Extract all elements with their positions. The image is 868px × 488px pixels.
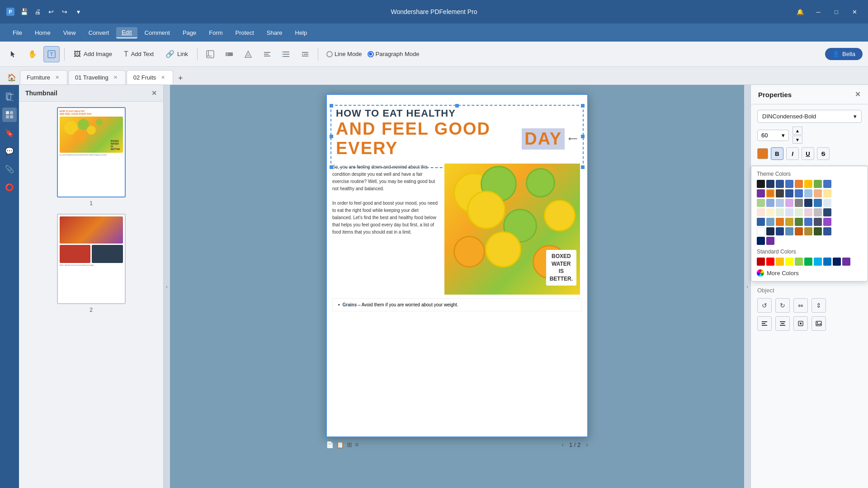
flip-h-btn[interactable]: ⇔ (793, 298, 808, 313)
color-cell[interactable] (757, 218, 765, 226)
color-cell[interactable] (776, 218, 784, 226)
align-left-btn[interactable] (259, 46, 275, 62)
grid-view-icon[interactable]: ⊞ (347, 441, 352, 448)
rotate-cw-btn[interactable]: ↻ (775, 298, 790, 313)
resize-handle-icon[interactable]: ⟵ (568, 135, 578, 142)
redo-icon[interactable]: ↪ (60, 7, 70, 17)
std-color-orange[interactable] (776, 258, 784, 266)
maximize-button[interactable]: □ (828, 5, 844, 19)
minimize-button[interactable]: ─ (810, 5, 826, 19)
color-cell[interactable] (757, 189, 765, 197)
font-size-down-btn[interactable]: ▼ (793, 136, 802, 144)
sidebar-signature-icon[interactable]: ⭕ (2, 180, 17, 194)
line-mode-radio[interactable]: Line Mode (326, 51, 362, 57)
color-cell[interactable] (785, 189, 793, 197)
menu-home[interactable]: Home (29, 28, 56, 38)
prev-page-btn[interactable]: ‹ (561, 441, 564, 448)
menu-page[interactable]: Page (177, 28, 202, 38)
color-cell[interactable] (785, 218, 793, 226)
color-cell[interactable] (795, 208, 803, 216)
color-cell[interactable] (766, 227, 774, 235)
color-cell[interactable] (785, 199, 793, 207)
image-btn[interactable] (811, 316, 826, 331)
thumbnail-close-btn[interactable]: ✕ (151, 89, 157, 97)
color-cell[interactable] (785, 180, 793, 188)
next-page-btn[interactable]: › (586, 441, 588, 448)
undo-icon[interactable]: ↩ (46, 7, 56, 17)
color-cell[interactable] (766, 180, 774, 188)
std-color-blue[interactable] (823, 258, 831, 266)
add-tab-button[interactable]: + (174, 72, 187, 84)
align-left-obj-btn[interactable] (757, 316, 772, 331)
color-cell[interactable] (795, 189, 803, 197)
color-cell[interactable] (823, 199, 831, 207)
select-tool-btn[interactable] (5, 46, 22, 62)
color-cell[interactable] (804, 189, 812, 197)
std-color-lime[interactable] (795, 258, 803, 266)
save-icon[interactable]: 💾 (19, 7, 29, 17)
thumbnail-page-2[interactable]: Grains – Avoid them if you are worried a… (24, 214, 158, 313)
menu-view[interactable]: View (58, 28, 81, 38)
more-colors-btn[interactable]: More Colors (757, 269, 862, 277)
color-cell[interactable] (823, 189, 831, 197)
close-button[interactable]: ✕ (846, 5, 863, 19)
std-color-cyan[interactable] (814, 258, 822, 266)
color-cell[interactable] (795, 180, 803, 188)
color-cell-selected[interactable] (766, 189, 774, 197)
clip-btn[interactable] (793, 316, 808, 331)
color-cell[interactable] (804, 218, 812, 226)
hand-tool-btn[interactable]: ✋ (24, 46, 41, 62)
color-cell[interactable] (776, 208, 784, 216)
color-cell[interactable] (776, 180, 784, 188)
rotate-ccw-btn[interactable]: ↺ (757, 298, 772, 313)
two-page-icon[interactable]: 📋 (336, 441, 344, 448)
std-color-yellow[interactable] (785, 258, 793, 266)
menu-convert[interactable]: Convert (83, 28, 115, 38)
color-cell[interactable] (814, 199, 822, 207)
menu-form[interactable]: Form (203, 28, 228, 38)
color-cell[interactable] (823, 227, 831, 235)
flip-v-btn[interactable]: ⇕ (811, 298, 826, 313)
page-view-icon[interactable]: 📄 (326, 441, 334, 448)
font-selector-dropdown[interactable]: DINCondensed-Bold (757, 110, 862, 123)
sidebar-comment-icon[interactable]: 💬 (2, 144, 17, 158)
add-text-btn[interactable]: T Add Text (119, 48, 158, 60)
notification-icon[interactable]: 🔔 (792, 5, 808, 19)
color-cell[interactable] (766, 218, 774, 226)
menu-protect[interactable]: Protect (230, 28, 259, 38)
color-cell[interactable] (757, 208, 765, 216)
color-cell[interactable] (814, 218, 822, 226)
tab-fruits-close[interactable]: ✕ (160, 74, 166, 81)
italic-btn[interactable]: I (786, 147, 799, 160)
thumbnail-page-1[interactable]: HOW TO EAT HEALTHYAND FEEL GOOD EVERY DA… (24, 107, 158, 206)
list-btn[interactable] (278, 46, 294, 62)
color-cell[interactable] (814, 189, 822, 197)
color-cell[interactable] (785, 227, 793, 235)
edit-text-btn[interactable]: T (43, 46, 60, 62)
menu-file[interactable]: File (7, 28, 28, 38)
color-cell[interactable] (804, 180, 812, 188)
menu-comment[interactable]: Comment (139, 28, 175, 38)
indent-btn[interactable] (297, 46, 313, 62)
color-cell[interactable] (804, 208, 812, 216)
menu-help[interactable]: Help (290, 28, 313, 38)
properties-close-btn[interactable]: ✕ (855, 90, 861, 99)
user-button[interactable]: 👤 Bella (825, 48, 863, 60)
bold-btn[interactable]: B (771, 147, 783, 160)
right-panel-handle[interactable]: › (744, 85, 750, 488)
color-cell[interactable] (776, 189, 784, 197)
std-color-darkblue[interactable] (833, 258, 841, 266)
crop-btn[interactable] (202, 46, 218, 62)
color-cell[interactable] (766, 237, 774, 245)
color-cell[interactable] (766, 199, 774, 207)
sidebar-bookmark-icon[interactable]: 🔖 (2, 126, 17, 140)
color-cell[interactable] (757, 199, 765, 207)
sidebar-pages-icon[interactable] (2, 89, 17, 104)
color-cell[interactable] (823, 218, 831, 226)
tab-furniture-close[interactable]: ✕ (54, 74, 61, 81)
underline-btn[interactable]: U (802, 147, 814, 160)
menu-share[interactable]: Share (261, 28, 288, 38)
std-color-red[interactable] (766, 258, 774, 266)
tab-travelling[interactable]: 01 Travelling ✕ (68, 70, 126, 84)
home-tab-icon[interactable]: 🏠 (4, 70, 20, 84)
